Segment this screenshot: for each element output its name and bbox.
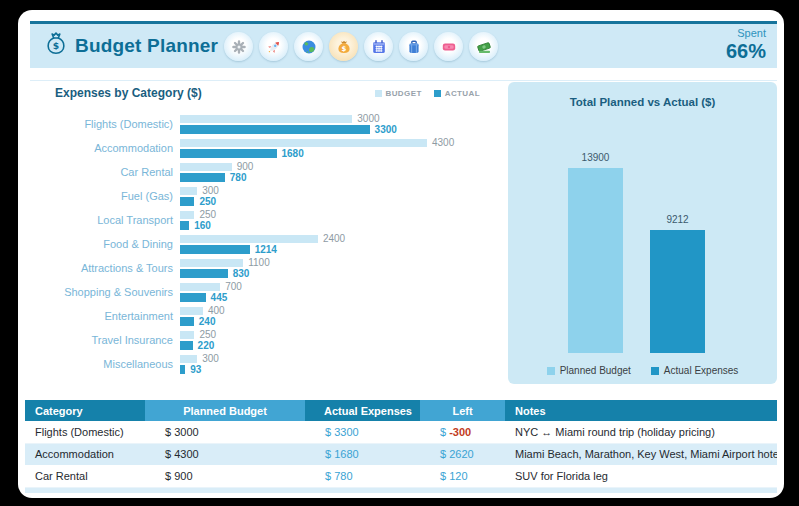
budget-value-label: 300 bbox=[202, 354, 219, 364]
legend-swatch bbox=[547, 367, 555, 375]
bar-row: Entertainment400240 bbox=[40, 304, 492, 328]
toolbar: $ bbox=[224, 32, 498, 61]
cell-category: Car Rental bbox=[25, 465, 145, 487]
budget-table-wrap: CategoryPlanned BudgetActual ExpensesLef… bbox=[25, 400, 777, 493]
table-row-filler bbox=[25, 487, 777, 493]
column-header: Notes bbox=[505, 400, 777, 421]
totals-legend-item: Planned Budget bbox=[547, 365, 631, 376]
table-row: Accommodation$ 4300$ 1680$ 2620Miami Bea… bbox=[25, 443, 777, 465]
actual-value-label: 1214 bbox=[255, 245, 277, 255]
column-header: Actual Expenses bbox=[305, 400, 420, 421]
category-label: Car Rental bbox=[40, 166, 180, 178]
brand: $ Budget Planner bbox=[44, 30, 218, 62]
column-header: Planned Budget bbox=[145, 400, 305, 421]
cell-notes: Miami Beach, Marathon, Key West, Miami A… bbox=[505, 443, 777, 465]
actual-value-label: 445 bbox=[211, 293, 228, 303]
table-body: Flights (Domestic)$ 3000$ 3300$ -300NYC … bbox=[25, 421, 777, 493]
actual-value-label: 3300 bbox=[375, 125, 397, 135]
budget-value-label: 300 bbox=[202, 186, 219, 196]
cell-planned: $ 900 bbox=[145, 465, 305, 487]
toolbar-icon-calendar[interactable] bbox=[364, 32, 393, 61]
expenses-chart-rows: Flights (Domestic)30003300Accommodation4… bbox=[40, 112, 492, 376]
bar-row: Fuel (Gas)300250 bbox=[40, 184, 492, 208]
spent-indicator: Spent 66% bbox=[726, 27, 766, 63]
toolbar-icon-banknotes[interactable] bbox=[469, 32, 498, 61]
actual-bar bbox=[180, 197, 194, 206]
actual-bar bbox=[180, 245, 250, 254]
budget-value-label: 250 bbox=[199, 210, 216, 220]
totals-legend: Planned BudgetActual Expenses bbox=[508, 365, 777, 376]
toolbar-icon-globe[interactable] bbox=[294, 32, 323, 61]
actual-bar bbox=[180, 365, 185, 374]
actual-legend-label: ACTUAL bbox=[445, 89, 480, 98]
toolbar-icon-luggage[interactable] bbox=[399, 32, 428, 61]
content-divider bbox=[30, 80, 777, 81]
bar-row: Flights (Domestic)30003300 bbox=[40, 112, 492, 136]
bar-row: Miscellaneous30093 bbox=[40, 352, 492, 376]
actual-bar bbox=[180, 173, 225, 182]
expenses-chart: Expenses by Category ($) BUDGET ACTUAL F… bbox=[40, 86, 492, 376]
legend-swatch bbox=[651, 367, 659, 375]
toolbar-icon-settings[interactable] bbox=[224, 32, 253, 61]
spent-label: Spent bbox=[726, 27, 766, 39]
cell-left: $ 120 bbox=[420, 465, 505, 487]
left-amount: 2620 bbox=[449, 448, 473, 460]
column-header: Category bbox=[25, 400, 145, 421]
actual-value-label: 250 bbox=[199, 197, 216, 207]
table-row: Car Rental$ 900$ 780$ 120SUV for Florida… bbox=[25, 465, 777, 487]
actual-value-label: 220 bbox=[198, 341, 215, 351]
actual-bar bbox=[180, 317, 194, 326]
actual-bar bbox=[180, 269, 228, 278]
column-header: Left bbox=[420, 400, 505, 421]
category-label: Miscellaneous bbox=[40, 358, 180, 370]
cell-notes: SUV for Florida leg bbox=[505, 465, 777, 487]
expenses-chart-legend: BUDGET ACTUAL bbox=[375, 89, 480, 98]
category-label: Entertainment bbox=[40, 310, 180, 322]
legend-item-actual: ACTUAL bbox=[434, 89, 480, 98]
actual-bar bbox=[180, 221, 189, 230]
toolbar-icon-rocket[interactable] bbox=[259, 32, 288, 61]
toolbar-icon-money-bag[interactable]: $ bbox=[329, 32, 358, 61]
bar-row: Car Rental900780 bbox=[40, 160, 492, 184]
category-label: Accommodation bbox=[40, 142, 180, 154]
expenses-chart-title: Expenses by Category ($) bbox=[55, 86, 202, 100]
left-amount: -300 bbox=[449, 426, 471, 438]
budget-value-label: 2400 bbox=[323, 234, 345, 244]
legend-label: Actual Expenses bbox=[664, 365, 739, 376]
budget-bar bbox=[180, 259, 243, 267]
bar-row: Shopping & Souvenirs700445 bbox=[40, 280, 492, 304]
actual-bar bbox=[180, 293, 206, 302]
table-row: Flights (Domestic)$ 3000$ 3300$ -300NYC … bbox=[25, 421, 777, 443]
budget-bar bbox=[180, 283, 220, 291]
actual-total-bar bbox=[650, 230, 705, 353]
actual-bar bbox=[180, 341, 193, 350]
budget-legend-swatch bbox=[375, 90, 382, 97]
cell-actual: $ 780 bbox=[305, 465, 420, 487]
actual-bar bbox=[180, 149, 277, 158]
planned-total-value: 13900 bbox=[568, 152, 623, 163]
totals-chart: 139009212 bbox=[508, 82, 777, 384]
category-label: Flights (Domestic) bbox=[40, 118, 180, 130]
actual-value-label: 160 bbox=[194, 221, 211, 231]
budget-bar bbox=[180, 139, 427, 147]
actual-value-label: 780 bbox=[230, 173, 247, 183]
cell-category: Flights (Domestic) bbox=[25, 421, 145, 443]
app-window: $ Budget Planner $ Spent 66% Expenses by… bbox=[18, 10, 784, 498]
toolbar-icon-ticket[interactable] bbox=[434, 32, 463, 61]
actual-value-label: 830 bbox=[233, 269, 250, 279]
app-header: $ Budget Planner $ Spent 66% bbox=[30, 21, 777, 68]
category-label: Food & Dining bbox=[40, 238, 180, 250]
budget-bar bbox=[180, 355, 197, 363]
bar-row: Travel Insurance250220 bbox=[40, 328, 492, 352]
actual-value-label: 1680 bbox=[282, 149, 304, 159]
cell-actual: $ 1680 bbox=[305, 443, 420, 465]
app-title: Budget Planner bbox=[75, 35, 218, 57]
svg-text:$: $ bbox=[341, 44, 346, 52]
budget-value-label: 700 bbox=[225, 282, 242, 292]
budget-value-label: 250 bbox=[199, 330, 216, 340]
category-label: Travel Insurance bbox=[40, 334, 180, 346]
budget-bar bbox=[180, 307, 203, 315]
budget-legend-label: BUDGET bbox=[386, 89, 422, 98]
cell-planned: $ 3000 bbox=[145, 421, 305, 443]
legend-item-budget: BUDGET bbox=[375, 89, 422, 98]
